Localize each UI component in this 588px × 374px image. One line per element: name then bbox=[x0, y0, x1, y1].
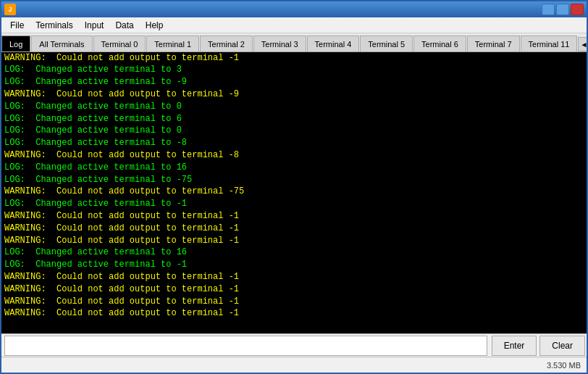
tab-nav: ◄► bbox=[578, 37, 587, 51]
tab-terminal-11[interactable]: Terminal 11 bbox=[521, 36, 578, 51]
input-area: Enter Clear bbox=[1, 333, 587, 357]
app-window: J FileTerminalsInputDataHelp LogAll Term… bbox=[0, 0, 588, 374]
menu-item-help[interactable]: Help bbox=[140, 19, 169, 32]
terminal-line: WARNING: Could not add output to termina… bbox=[4, 223, 584, 235]
title-bar: J bbox=[1, 1, 587, 17]
terminal-line: LOG: Changed active terminal to 0 bbox=[4, 101, 584, 113]
terminal-line: LOG: Changed active terminal to -1 bbox=[4, 259, 584, 271]
clear-button[interactable]: Clear bbox=[539, 336, 585, 356]
title-buttons bbox=[542, 4, 584, 15]
tab-terminal-4[interactable]: Terminal 4 bbox=[307, 36, 360, 51]
tab-terminal-1[interactable]: Terminal 1 bbox=[146, 36, 199, 51]
menu-item-terminals[interactable]: Terminals bbox=[30, 19, 78, 32]
tab-terminal-2[interactable]: Terminal 2 bbox=[200, 36, 253, 51]
terminal-line: WARNING: Could not add output to termina… bbox=[4, 88, 584, 101]
terminal-line: LOG: Changed active terminal to -75 bbox=[4, 174, 584, 186]
tab-bar: LogAll TerminalsTerminal 0Terminal 1Term… bbox=[1, 33, 587, 52]
terminal-line: WARNING: Could not add output to termina… bbox=[4, 186, 584, 198]
close-button[interactable] bbox=[571, 4, 584, 15]
terminal-line: WARNING: Could not add output to termina… bbox=[4, 210, 584, 223]
terminal-line: LOG: Changed active terminal to -9 bbox=[4, 76, 584, 88]
terminal-line: LOG: Changed active terminal to -1 bbox=[4, 198, 584, 210]
terminal-line: WARNING: Could not add output to termina… bbox=[4, 52, 584, 64]
status-size: 3.530 MB bbox=[547, 361, 581, 370]
terminal-line: WARNING: Could not add output to termina… bbox=[4, 307, 584, 320]
terminal-line: WARNING: Could not add output to termina… bbox=[4, 271, 584, 283]
terminal-line: LOG: Changed active terminal to -8 bbox=[4, 137, 584, 149]
terminal-line: LOG: Changed active terminal to 0 bbox=[4, 125, 584, 137]
app-icon: J bbox=[4, 4, 16, 15]
tab-terminal-5[interactable]: Terminal 5 bbox=[360, 36, 413, 51]
enter-button[interactable]: Enter bbox=[492, 336, 537, 356]
terminal-line: WARNING: Could not add output to termina… bbox=[4, 283, 584, 296]
terminal-line: LOG: Changed active terminal to 16 bbox=[4, 162, 584, 174]
menu-item-data[interactable]: Data bbox=[109, 19, 139, 32]
menu-bar: FileTerminalsInputDataHelp bbox=[1, 17, 587, 33]
tab-log[interactable]: Log bbox=[1, 36, 30, 51]
terminal-line: WARNING: Could not add output to termina… bbox=[4, 149, 584, 162]
tab-terminal-0[interactable]: Terminal 0 bbox=[93, 36, 146, 51]
content-wrapper: WARNING: Could not add output to termina… bbox=[1, 52, 587, 373]
terminal-line: WARNING: Could not add output to termina… bbox=[4, 235, 584, 247]
tab-terminal-7[interactable]: Terminal 7 bbox=[467, 36, 520, 51]
terminal-line: LOG: Changed active terminal to 16 bbox=[4, 246, 584, 259]
terminal-line: WARNING: Could not add output to termina… bbox=[4, 296, 584, 308]
terminal-cursor bbox=[4, 320, 584, 332]
menu-item-file[interactable]: File bbox=[4, 19, 30, 32]
terminal-output[interactable]: WARNING: Could not add output to termina… bbox=[1, 52, 587, 333]
tab-all-terminals[interactable]: All Terminals bbox=[31, 36, 92, 51]
tab-terminal-6[interactable]: Terminal 6 bbox=[413, 36, 466, 51]
title-left: J bbox=[4, 4, 19, 15]
terminal-line: LOG: Changed active terminal to 6 bbox=[4, 113, 584, 125]
tab-terminal-3[interactable]: Terminal 3 bbox=[253, 36, 306, 51]
terminal-line: LOG: Changed active terminal to 3 bbox=[4, 64, 584, 76]
minimize-button[interactable] bbox=[542, 4, 555, 15]
input-field[interactable] bbox=[4, 336, 487, 356]
maximize-button[interactable] bbox=[556, 4, 569, 15]
menu-item-input[interactable]: Input bbox=[79, 19, 110, 32]
tab-prev-button[interactable]: ◄ bbox=[578, 37, 587, 51]
status-bar: 3.530 MB bbox=[1, 357, 587, 373]
